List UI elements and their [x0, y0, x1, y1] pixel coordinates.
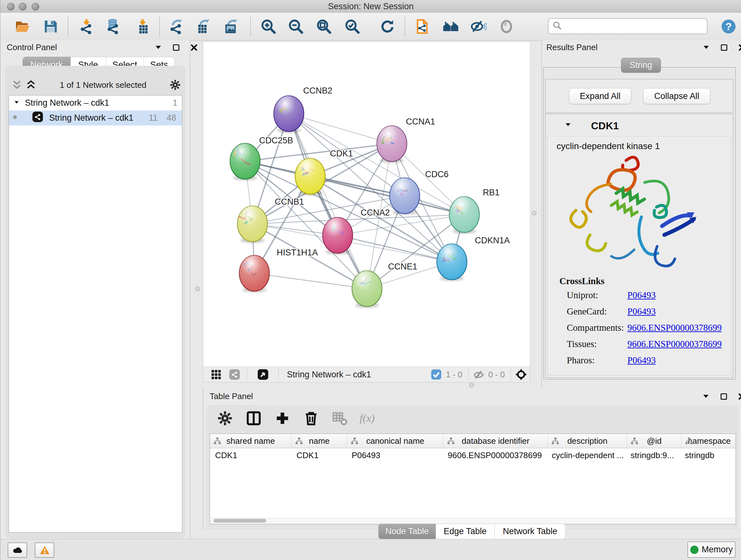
table-panel-float-panel-icon[interactable]	[719, 392, 729, 401]
table-panel-collapse-panel-icon[interactable]	[701, 392, 711, 401]
network-node-CDC25B[interactable]	[230, 143, 260, 181]
share-network-icon[interactable]	[227, 368, 242, 381]
network-node-RB1[interactable]	[449, 197, 479, 234]
crosslink-row: GeneCard:P06493	[567, 306, 656, 317]
column-header-shared-name[interactable]: shared name	[210, 434, 292, 448]
network-view-canvas[interactable]: CCNB2CCNA1CDC25BCDK1CDC6RB1CCNB1CCNA2CDK…	[203, 42, 530, 367]
control-panel-float-panel-icon[interactable]	[172, 43, 181, 52]
export-network-button[interactable]	[167, 17, 185, 36]
cloud-status-button[interactable]	[8, 543, 27, 558]
function-builder-button[interactable]: f(x)	[360, 412, 375, 424]
zoom-in-button[interactable]	[259, 17, 277, 36]
table-settings-gear-icon[interactable]	[216, 409, 234, 427]
network-row[interactable]: String Network – cdk1 11 48	[9, 111, 182, 125]
network-list: String Network – cdk1 1 String Network –…	[9, 95, 182, 533]
results-panel-collapse-panel-icon[interactable]	[701, 43, 711, 52]
collection-count: 1	[173, 98, 178, 108]
column-header--id[interactable]: @id	[627, 434, 682, 448]
search-input[interactable]	[562, 19, 707, 33]
fit-crosshair-icon[interactable]	[514, 368, 528, 381]
network-node-CDK1[interactable]	[295, 159, 325, 196]
hidden-eye-slash-icon[interactable]	[472, 368, 486, 381]
network-collection-row[interactable]: String Network – cdk1 1	[9, 96, 182, 111]
search-field[interactable]	[548, 18, 708, 34]
warnings-button[interactable]	[35, 543, 54, 558]
import-database-button[interactable]	[105, 17, 122, 36]
column-header-description[interactable]: description	[548, 434, 627, 448]
save-button[interactable]	[42, 17, 60, 36]
tab-edge-table[interactable]: Edge Table	[436, 523, 495, 539]
crosslink-value-link[interactable]: 9606.ENSP00000378699	[627, 339, 722, 349]
network-node-CCNA2[interactable]	[323, 217, 353, 255]
crosslink-label: Compartments:	[567, 322, 627, 333]
hide-eye-button[interactable]	[470, 17, 488, 36]
tab-network-table[interactable]: Network Table	[495, 523, 566, 539]
home-pair-button[interactable]	[442, 17, 460, 36]
refresh-button[interactable]	[379, 17, 396, 36]
delete-column-icon[interactable]	[302, 409, 320, 427]
results-panel-float-panel-icon[interactable]	[719, 43, 729, 52]
clear-table-icon[interactable]	[331, 409, 349, 427]
open-folder-button[interactable]	[14, 17, 31, 36]
collection-expander-icon[interactable]	[9, 98, 20, 108]
collapse-all-button[interactable]: Collapse All	[643, 88, 711, 104]
network-node-CDKN1A[interactable]	[437, 244, 467, 281]
control-panel-collapse-panel-icon[interactable]	[153, 43, 163, 52]
column-header-namespace[interactable]: namespace	[682, 434, 736, 448]
table-horizontal-scrollbar[interactable]	[210, 518, 735, 523]
show-columns-icon[interactable]	[245, 409, 263, 427]
expand-all-button[interactable]: Expand All	[569, 88, 631, 104]
tab-node-table[interactable]: Node Table	[378, 523, 436, 539]
expand-all-networks-icon[interactable]	[24, 78, 38, 92]
selected-checkbox-icon[interactable]	[429, 368, 443, 381]
crosslink-label: Tissues:	[567, 339, 627, 349]
zoom-fit-button[interactable]	[315, 17, 333, 36]
string-network-badge-icon	[32, 111, 45, 125]
results-panel-close-panel-icon[interactable]	[737, 43, 741, 52]
show-eye-button[interactable]	[497, 17, 515, 36]
control-panel: Control Panel NetworkStyleSelectSets 1 o…	[0, 40, 190, 539]
crosslink-value-link[interactable]: P06493	[627, 355, 656, 366]
column-header-database-identifier[interactable]: database identifier	[444, 434, 548, 448]
crosslink-value-link[interactable]: 9606.ENSP00000378699	[627, 322, 722, 333]
crosslink-value-link[interactable]: P06493	[627, 290, 656, 300]
scrollbar-thumb[interactable]	[213, 519, 266, 523]
gene-section-header[interactable]: CDK1	[564, 117, 730, 135]
export-table-button[interactable]	[195, 17, 212, 36]
network-label: String Network – cdk1	[49, 113, 149, 123]
zoom-selected-button[interactable]	[343, 17, 361, 36]
table-row[interactable]: CDK1CDK1P064939606.ENSP00000378699cyclin…	[210, 448, 736, 462]
collapse-all-networks-icon[interactable]	[10, 78, 24, 92]
share-document-button[interactable]	[413, 17, 431, 36]
crosslink-row: Tissues:9606.ENSP00000378699	[567, 339, 722, 349]
column-header-name[interactable]: name	[292, 434, 347, 448]
network-node-HIST1H1A[interactable]	[239, 255, 269, 293]
import-table-button[interactable]	[134, 17, 151, 36]
network-node-CCNB2[interactable]	[274, 96, 304, 133]
network-options-gear-icon[interactable]	[168, 78, 182, 92]
add-column-icon[interactable]	[273, 409, 291, 427]
node-label-HIST1H1A: HIST1H1A	[277, 248, 318, 257]
gene-expander-icon[interactable]	[564, 121, 574, 131]
export-image-button[interactable]	[222, 17, 240, 36]
tab-string[interactable]: String	[621, 58, 661, 73]
crosslink-value-link[interactable]: P06493	[627, 306, 656, 317]
import-network-button[interactable]	[77, 17, 95, 36]
grid-view-icon[interactable]	[209, 368, 223, 381]
zoom-out-button[interactable]	[287, 17, 305, 36]
help-button[interactable]: ?	[720, 17, 738, 36]
node-label-CCNA1: CCNA1	[406, 117, 435, 126]
column-header-canonical-name[interactable]: canonical name	[347, 434, 444, 448]
network-node-CCNA1[interactable]	[377, 126, 407, 163]
horizontal-splitter-grip[interactable]	[469, 383, 474, 388]
control-panel-close-panel-icon[interactable]	[189, 43, 199, 52]
network-node-CCNE1[interactable]	[352, 271, 382, 308]
birdseye-view-icon[interactable]	[256, 368, 270, 381]
table-panel-close-panel-icon[interactable]	[737, 392, 741, 401]
memory-button[interactable]: Memory	[687, 542, 736, 558]
left-splitter-grip[interactable]	[195, 287, 200, 291]
search-icon	[549, 21, 562, 32]
network-node-CCNB1[interactable]	[238, 206, 267, 243]
window-title: Session: New Session	[0, 2, 741, 11]
right-splitter-grip[interactable]	[532, 211, 536, 215]
